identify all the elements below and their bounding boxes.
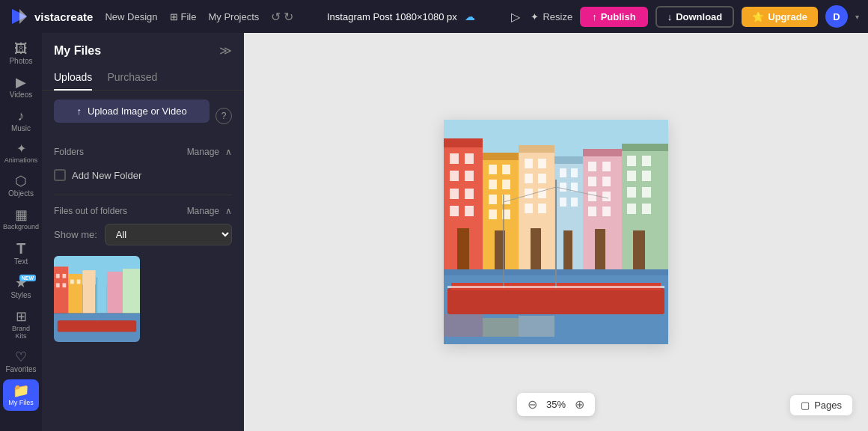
pages-label: Pages — [814, 400, 842, 411]
undo-icon[interactable]: ↺ — [271, 10, 281, 24]
svg-rect-65 — [602, 162, 611, 171]
pages-button[interactable]: ▢ Pages — [789, 394, 853, 416]
upload-help-icon[interactable]: ? — [216, 108, 232, 124]
files-out-collapse-icon[interactable]: ∧ — [225, 206, 232, 216]
svg-rect-55 — [560, 168, 566, 177]
sidebar-item-styles[interactable]: NEW ★ Styles — [3, 272, 39, 304]
svg-rect-48 — [525, 189, 533, 198]
svg-rect-77 — [627, 171, 636, 181]
folders-collapse-icon[interactable]: ∧ — [225, 147, 232, 157]
avatar[interactable]: D — [825, 5, 848, 28]
svg-rect-71 — [602, 207, 611, 216]
zoom-in-icon: ⊕ — [575, 398, 584, 411]
new-design-link[interactable]: New Design — [105, 11, 157, 22]
cloud-save-icon: ☁ — [465, 10, 475, 22]
zoom-out-button[interactable]: ⊖ — [528, 397, 537, 412]
svg-rect-3 — [54, 266, 68, 313]
svg-rect-76 — [642, 156, 651, 166]
svg-rect-5 — [82, 270, 95, 314]
sidebar-item-brand-kits[interactable]: ⊞ Brand Kits — [3, 305, 39, 344]
text-icon: T — [16, 241, 25, 256]
svg-rect-34 — [502, 165, 510, 174]
sidebar-item-music[interactable]: ♪ Music — [3, 105, 39, 137]
objects-label: Objects — [8, 189, 34, 198]
sidebar-item-background[interactable]: ▦ Background — [3, 204, 39, 235]
svg-rect-51 — [538, 204, 546, 213]
download-button[interactable]: ↓ Download — [655, 6, 735, 28]
svg-rect-68 — [588, 192, 596, 201]
svg-rect-78 — [642, 171, 651, 181]
svg-rect-79 — [627, 187, 636, 198]
folders-manage-link[interactable]: Manage — [187, 147, 219, 157]
background-label: Background — [3, 223, 39, 230]
text-label: Text — [14, 257, 28, 266]
svg-rect-83 — [633, 230, 645, 269]
collapse-panel-button[interactable]: ≫ — [219, 43, 232, 58]
my-projects-link[interactable]: My Projects — [208, 11, 259, 22]
upgrade-button[interactable]: ⭐ Upgrade — [742, 7, 818, 27]
add-folder-row[interactable]: Add New Folder — [54, 165, 232, 186]
svg-rect-80 — [642, 187, 651, 198]
pages-icon: ▢ — [801, 400, 810, 411]
sidebar-item-animations[interactable]: ✦ Animations — [3, 138, 39, 168]
show-me-label: Show me: — [54, 229, 97, 240]
svg-rect-74 — [622, 144, 668, 151]
svg-rect-39 — [489, 210, 497, 219]
tab-uploads[interactable]: Uploads — [54, 65, 92, 91]
folder-checkbox[interactable] — [54, 169, 66, 181]
resize-button[interactable]: ✦ Resize — [531, 11, 572, 22]
files-out-manage-link[interactable]: Manage — [187, 206, 219, 216]
sidebar-item-photos[interactable]: 🖼 Photos — [3, 37, 39, 70]
present-icon[interactable]: ▷ — [508, 7, 523, 27]
sidebar-item-objects[interactable]: ⬡ Objects — [3, 170, 39, 202]
zoom-in-button[interactable]: ⊕ — [575, 397, 584, 412]
zoom-level: 35% — [546, 399, 566, 410]
my-files-icon: 📁 — [13, 384, 29, 397]
svg-rect-52 — [531, 228, 541, 269]
sidebar-item-my-files[interactable]: 📁 My Files — [3, 379, 39, 411]
svg-rect-46 — [525, 174, 533, 183]
svg-rect-95 — [519, 316, 554, 337]
upload-icon: ↑ — [76, 106, 82, 117]
avatar-chevron[interactable]: ▾ — [855, 13, 859, 21]
file-thumbnail-1[interactable] — [54, 256, 140, 342]
files-out-label: Files out of folders — [54, 206, 127, 216]
upload-image-video-button[interactable]: ↑ Upload Image or Video — [54, 100, 210, 123]
sidebar-item-favorites[interactable]: ♡ Favorites — [3, 346, 39, 378]
tab-purchased[interactable]: Purchased — [107, 65, 157, 91]
svg-rect-86 — [447, 288, 664, 314]
upgrade-icon: ⭐ — [752, 11, 764, 22]
svg-rect-14 — [77, 280, 81, 284]
publish-button[interactable]: ↑ Publish — [580, 7, 647, 27]
panel-title: My Files — [54, 44, 101, 58]
svg-rect-47 — [538, 174, 546, 183]
panel-header: My Files ≫ — [42, 33, 244, 65]
undo-redo-group: ↺ ↻ — [271, 10, 293, 24]
show-me-select[interactable]: All Images Videos — [105, 224, 232, 245]
sidebar-item-videos[interactable]: ▶ Videos — [3, 71, 39, 103]
canvas-design — [444, 120, 668, 344]
redo-icon[interactable]: ↻ — [284, 10, 293, 24]
logo[interactable]: vistacreate — [9, 6, 93, 27]
svg-rect-29 — [465, 206, 474, 216]
files-out-section-header: Files out of folders Manage ∧ — [54, 201, 232, 221]
zoom-out-icon: ⊖ — [528, 398, 537, 411]
svg-rect-28 — [450, 206, 459, 216]
svg-rect-8 — [123, 269, 140, 313]
svg-rect-82 — [642, 204, 651, 214]
panel-content: ↑ Upload Image or Video ? Folders Manage… — [42, 91, 244, 431]
download-label: Download — [676, 11, 722, 22]
file-label: File — [181, 11, 197, 22]
svg-rect-54 — [554, 156, 583, 164]
folders-label: Folders — [54, 147, 84, 157]
svg-rect-64 — [588, 162, 596, 171]
publish-icon: ↑ — [592, 11, 597, 22]
upgrade-label: Upgrade — [768, 11, 807, 22]
nav-right: ▷ ✦ Resize ↑ Publish ↓ Download ⭐ Upgrad… — [508, 5, 859, 28]
svg-rect-60 — [571, 198, 578, 207]
file-menu[interactable]: ⊞ File — [170, 11, 197, 22]
upload-label: Upload Image or Video — [88, 106, 187, 117]
sidebar-item-text[interactable]: T Text — [3, 236, 39, 270]
svg-rect-12 — [63, 283, 67, 287]
svg-rect-45 — [538, 159, 546, 168]
